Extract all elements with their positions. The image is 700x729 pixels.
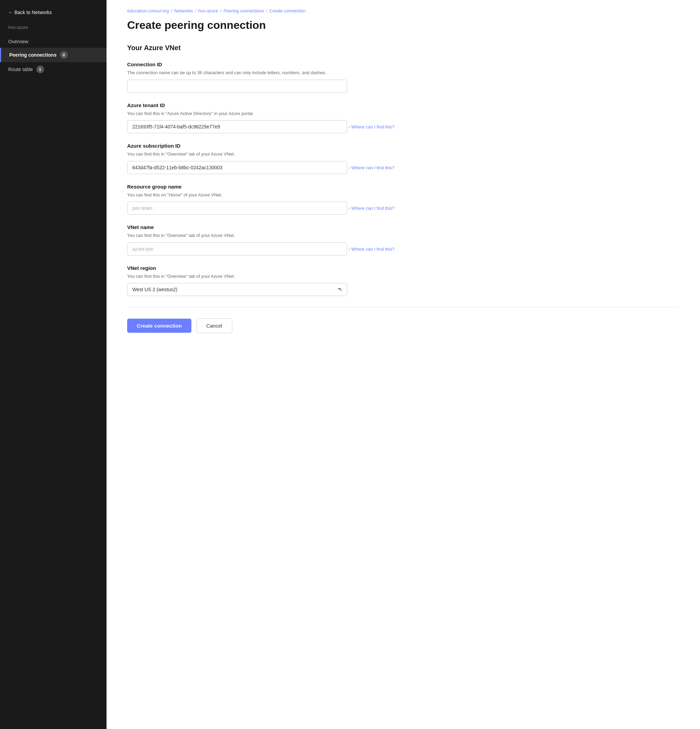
vnet-name-input[interactable] [127, 243, 347, 256]
breadcrumb-peering[interactable]: Peering connections [223, 8, 264, 13]
resource-group-name-label: Resource group name [127, 184, 680, 190]
breadcrumb-networks[interactable]: Networks [174, 8, 193, 13]
vnet-region-label: VNet region [127, 265, 680, 271]
vnet-region-select-wrapper: West US 2 (westus2) East US (eastus) Eas… [127, 283, 347, 296]
page-title: Create peering connection [127, 19, 680, 32]
breadcrumb-create: Create connection [269, 8, 306, 13]
breadcrumb-sep-1: / [171, 8, 172, 13]
sidebar-item-overview[interactable]: Overview [0, 35, 106, 48]
chevron-down-icon-3: › [348, 206, 350, 211]
main-content: education-consul-org / Networks / hvn-az… [106, 0, 700, 729]
azure-subscription-id-label: Azure subscription ID [127, 143, 680, 149]
azure-tenant-id-input[interactable] [127, 120, 347, 133]
route-table-badge: 1 [36, 65, 44, 73]
resource-group-name-help-link[interactable]: › Where can I find this? [348, 206, 394, 211]
azure-tenant-id-label: Azure tenant ID [127, 102, 680, 108]
resource-group-name-description: You can find this on "Home" of your Azur… [127, 192, 680, 199]
field-resource-group-name: Resource group name You can find this on… [127, 184, 680, 215]
field-vnet-name: VNet name You can find this in "Overview… [127, 224, 680, 256]
azure-tenant-id-description: You can find this in "Azure Active Direc… [127, 110, 680, 117]
azure-subscription-id-help-link[interactable]: › Where can I find this? [348, 165, 394, 170]
azure-tenant-id-help-text: Where can I find this? [351, 124, 394, 129]
field-azure-tenant-id: Azure tenant ID You can find this in "Az… [127, 102, 680, 134]
breadcrumb: education-consul-org / Networks / hvn-az… [106, 0, 700, 19]
peering-connections-label: Peering connections [9, 52, 57, 58]
azure-subscription-id-help-text: Where can I find this? [351, 165, 394, 170]
create-connection-button[interactable]: Create connection [127, 319, 191, 333]
content-area: Create peering connection Your Azure VNe… [106, 19, 700, 729]
azure-tenant-id-help-link[interactable]: › Where can I find this? [348, 124, 394, 129]
breadcrumb-hvn[interactable]: hvn-azure [198, 8, 218, 13]
chevron-down-icon: › [348, 124, 350, 129]
resource-group-name-help-text: Where can I find this? [351, 206, 394, 211]
breadcrumb-org[interactable]: education-consul-org [127, 8, 169, 13]
field-vnet-region: VNet region You can find this in "Overvi… [127, 265, 680, 296]
sidebar-item-peering-connections[interactable]: Peering connections 0 [0, 48, 106, 62]
breadcrumb-sep-4: / [266, 8, 267, 13]
network-name-label: hvn-azure [0, 22, 106, 35]
section-title: Your Azure VNet [127, 44, 680, 52]
action-bar: Create connection Cancel [127, 318, 680, 333]
field-azure-subscription-id: Azure subscription ID You can find this … [127, 143, 680, 174]
vnet-name-help-link[interactable]: › Where can I find this? [348, 247, 394, 252]
action-divider [127, 307, 680, 307]
route-table-label: Route table [8, 67, 33, 72]
connection-id-label: Connection ID [127, 61, 680, 67]
resource-group-name-input[interactable] [127, 202, 347, 215]
breadcrumb-sep-2: / [195, 8, 196, 13]
field-connection-id: Connection ID The connection name can be… [127, 61, 680, 93]
breadcrumb-sep-3: / [220, 8, 222, 13]
cancel-button[interactable]: Cancel [196, 318, 232, 333]
chevron-down-icon-4: › [348, 247, 350, 252]
vnet-region-description: You can find this in "Overview" tab of y… [127, 273, 680, 280]
back-to-networks-button[interactable]: ← Back to Networks [0, 0, 106, 22]
azure-subscription-id-description: You can find this in "Overview" tab of y… [127, 151, 680, 158]
connection-id-description: The connection name can be up to 36 char… [127, 69, 680, 76]
sidebar-nav: Overview Peering connections 0 Route tab… [0, 35, 106, 77]
vnet-region-select[interactable]: West US 2 (westus2) East US (eastus) Eas… [127, 283, 347, 296]
connection-id-input[interactable] [127, 80, 347, 93]
overview-label: Overview [8, 39, 28, 44]
azure-subscription-id-input[interactable] [127, 161, 347, 174]
sidebar: ← Back to Networks hvn-azure Overview Pe… [0, 0, 106, 729]
peering-connections-badge: 0 [60, 51, 68, 59]
vnet-name-help-text: Where can I find this? [351, 247, 394, 252]
vnet-name-label: VNet name [127, 224, 680, 230]
vnet-name-description: You can find this in "Overview" tab of y… [127, 232, 680, 239]
chevron-down-icon-2: › [348, 165, 350, 170]
sidebar-item-route-table[interactable]: Route table 1 [0, 62, 106, 77]
